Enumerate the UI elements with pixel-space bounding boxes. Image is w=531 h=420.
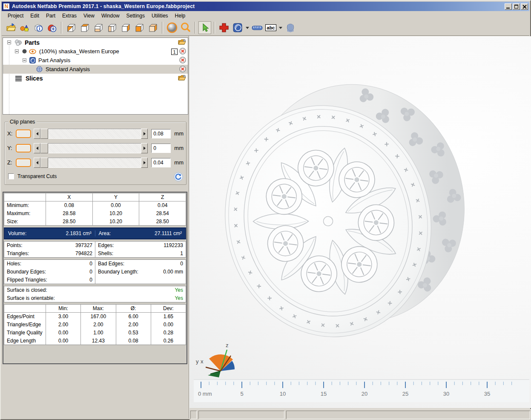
clip-x-toggle[interactable] (16, 129, 31, 138)
right-arrow-icon (144, 147, 146, 150)
left-panel: Parts (100%) shaska_Western Europe 1 (2, 36, 189, 418)
dims-col-z: Z (139, 193, 186, 201)
stat-label: Edge Length (4, 337, 46, 345)
hatched-sphere-icon (285, 22, 296, 33)
annotate-dropdown-arrow-icon[interactable] (279, 27, 282, 29)
transparent-cuts-checkbox[interactable] (8, 173, 14, 179)
tree-label-part-analysis[interactable]: Part Analysis (38, 57, 70, 63)
stat-value: 0.28 (151, 329, 186, 337)
minimize-button[interactable] (505, 3, 512, 10)
clip-y-slider-thumb[interactable] (40, 143, 48, 153)
view-cube-front-left-button[interactable] (65, 21, 77, 34)
title-bar[interactable]: N Autodesk Netfabb Premium 2017.1 - shas… (2, 2, 529, 11)
part-model-3d[interactable] (212, 79, 493, 368)
open-folder-icon[interactable] (178, 75, 186, 82)
menu-utilities[interactable]: Utilities (148, 12, 172, 20)
menu-extras[interactable]: Extras (59, 12, 80, 20)
tree-label-standard-analysis[interactable]: Standard Analysis (46, 66, 90, 72)
maximize-button[interactable] (513, 3, 520, 10)
tree-label-slices[interactable]: Slices (26, 75, 43, 82)
viewport-3d[interactable]: z y x 0 mm 5 10 15 20 25 30 35 (189, 36, 531, 408)
open-folder-icon[interactable] (178, 39, 186, 46)
stat-value: 1192233 (141, 242, 186, 250)
view-cube-iso-button[interactable] (146, 21, 159, 34)
shaded-view-button[interactable] (166, 21, 178, 34)
view-cube-bottom-button[interactable] (92, 21, 105, 34)
stat-label: Triangles: (4, 250, 50, 258)
clip-y-slider-track[interactable] (48, 143, 141, 153)
tree-label-parts[interactable]: Parts (25, 39, 40, 46)
collapse-icon[interactable] (23, 58, 26, 62)
dims-col-x: X (46, 193, 93, 201)
remove-icon[interactable] (179, 48, 186, 56)
clip-y-unit: mm (174, 145, 184, 151)
refresh-button[interactable] (173, 172, 184, 183)
menu-settings[interactable]: Settings (123, 12, 148, 20)
stat-value: 0.04 (139, 201, 186, 210)
clip-y-value-input[interactable] (151, 144, 171, 153)
close-button[interactable] (521, 3, 528, 10)
tree-item-part-analysis[interactable]: Part Analysis (3, 56, 188, 65)
tree-label-part[interactable]: (100%) shaska_Western Europe (39, 48, 119, 55)
clip-x-slider-track[interactable] (48, 129, 141, 139)
part-info-button[interactable] (32, 21, 45, 34)
clip-z-slider-left-button[interactable] (34, 158, 40, 168)
slice-view-button[interactable] (284, 21, 297, 34)
tree-item-part[interactable]: (100%) shaska_Western Europe 1 (3, 47, 188, 56)
quality-col-max: Max: (81, 305, 116, 313)
menu-project[interactable]: Project (4, 12, 27, 20)
clip-y-toggle[interactable] (16, 144, 31, 152)
clip-x-slider-thumb[interactable] (40, 129, 48, 139)
remove-icon[interactable] (179, 57, 186, 65)
tree-item-standard-analysis[interactable]: Standard Analysis (3, 65, 188, 74)
menu-window[interactable]: Window (98, 12, 123, 20)
visibility-eye-icon[interactable] (29, 49, 36, 54)
zoom-button[interactable] (179, 21, 192, 34)
shaded-sphere-icon (166, 22, 178, 33)
remove-icon[interactable] (179, 66, 186, 74)
annotate-button[interactable]: abc (264, 21, 277, 34)
view-cube-back-button[interactable] (133, 21, 146, 34)
stat-value: 28.54 (139, 210, 186, 218)
app-icon: N (3, 3, 10, 10)
view-cube-top-button[interactable] (78, 21, 91, 34)
tree-item-slices[interactable]: Slices (3, 74, 188, 83)
collapse-icon[interactable] (7, 40, 11, 44)
add-repaired-part-button[interactable] (46, 21, 58, 34)
clip-z-slider-thumb[interactable] (40, 158, 48, 168)
ruler-label: 10 (280, 391, 286, 397)
clip-x-slider-right-button[interactable] (141, 129, 148, 139)
measure-button[interactable] (251, 21, 264, 34)
open-project-button[interactable] (5, 21, 17, 34)
stat-value: 28.50 (46, 218, 93, 226)
clip-y-slider-right-button[interactable] (141, 143, 148, 153)
menu-edit[interactable]: Edit (27, 12, 43, 20)
clip-x-value-input[interactable] (151, 129, 171, 138)
select-cursor-button[interactable] (198, 21, 211, 34)
tree-item-parts[interactable]: Parts (3, 38, 188, 47)
menu-help[interactable]: Help (172, 12, 189, 20)
clip-z-slider-track[interactable] (48, 158, 141, 168)
view-cube-right-button[interactable] (119, 21, 132, 34)
stat-label: Triangles/Edge (4, 321, 46, 329)
stat-value: 0.08 (46, 201, 93, 210)
clip-z-toggle[interactable] (16, 158, 31, 167)
clip-z-value-input[interactable] (151, 158, 171, 167)
analysis-dropdown-arrow-icon[interactable] (246, 27, 249, 29)
clip-z-unit: mm (174, 159, 184, 166)
volume-label: Volume: (8, 230, 26, 236)
collapse-icon[interactable] (15, 49, 19, 53)
mesh-counts-table: Points: 397327 Edges: 1192233 Triangles:… (4, 241, 186, 258)
stat-label: Triangle Quality (4, 329, 46, 337)
menu-part[interactable]: Part (43, 12, 59, 20)
clip-x-slider-left-button[interactable] (34, 129, 40, 139)
add-parts-button[interactable] (18, 21, 31, 34)
repair-button[interactable] (218, 21, 230, 34)
clip-y-slider-left-button[interactable] (34, 143, 40, 153)
menu-view[interactable]: View (80, 12, 98, 20)
surface-table: Surface is closed: Yes Surface is orient… (4, 286, 186, 302)
view-cube-icon (93, 23, 103, 33)
view-cube-left-button[interactable] (106, 21, 118, 34)
clip-z-slider-right-button[interactable] (141, 158, 148, 168)
analysis-button[interactable] (231, 21, 244, 34)
